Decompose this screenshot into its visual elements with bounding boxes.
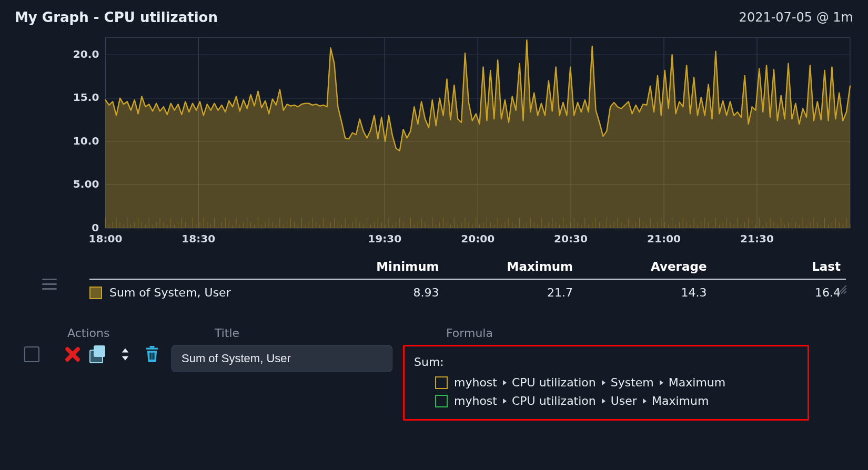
svg-rect-238 [151,353,152,360]
formula-segment: CPU utilization [512,392,596,410]
legend-table: Minimum Maximum Average Last Sum of Syst… [89,258,846,304]
svg-text:10.0: 10.0 [73,135,99,147]
formula-path: myhostCPU utilizationUserMaximum [454,392,709,410]
legend-header-row: Minimum Maximum Average Last [89,258,846,280]
svg-text:5.00: 5.00 [73,179,99,190]
formula-swatch-green-icon [435,395,448,407]
row-select-checkbox[interactable] [24,346,39,362]
config-head-actions: Actions [67,326,204,340]
chevron-right-icon [501,380,508,386]
graph-timestamp: 2021-07-05 @ 1m [739,10,853,25]
svg-rect-239 [153,353,154,360]
chevron-right-icon [658,380,664,386]
chart-canvas[interactable]: 05.0010.015.020.018:0018:3019:3020:0020:… [63,29,856,250]
legend-max: 21.7 [445,286,579,299]
formula-path: myhostCPU utilizationSystemMaximum [454,373,725,392]
legend-series[interactable]: Sum of System, User [89,286,310,299]
formula-item[interactable]: myhostCPU utilizationUserMaximum [435,392,798,410]
formula-item[interactable]: myhostCPU utilizationSystemMaximum [435,373,798,392]
svg-rect-235 [146,348,158,349]
chart-wrap: 05.0010.015.020.018:0018:3019:3020:0020:… [63,29,856,304]
svg-rect-236 [149,346,154,348]
legend-swatch-icon [89,287,102,299]
formula-segment: Maximum [669,373,725,392]
svg-text:21:00: 21:00 [647,233,681,244]
formula-swatch-series-icon [435,376,448,389]
svg-text:20:30: 20:30 [554,233,588,244]
trash-icon[interactable] [143,345,161,364]
config-head-title: Title [215,326,436,340]
svg-text:19:30: 19:30 [368,233,401,244]
legend-series-name: Sum of System, User [109,286,231,299]
svg-text:18:30: 18:30 [181,233,215,244]
legend-col-avg[interactable]: Average [578,260,712,273]
resize-grip-icon[interactable] [835,283,847,294]
chevron-right-icon [641,398,648,404]
config-head: Actions Title Formula [12,321,856,345]
legend-row[interactable]: Sum of System, User 8.93 21.7 14.3 16.4 [89,280,846,304]
formula-segment: myhost [454,373,497,392]
legend-last: 16.4 [712,286,846,299]
graph-title: My Graph - CPU utilization [15,9,218,25]
chevron-right-icon [501,398,508,404]
legend-avg: 14.3 [578,286,712,299]
title-cell [171,345,392,372]
svg-text:18:00: 18:00 [88,233,122,244]
legend-min: 8.93 [310,286,445,299]
formula-segment: User [611,392,637,410]
config-head-formula: Formula [446,326,809,340]
reorder-icon[interactable] [115,345,135,364]
svg-text:0: 0 [92,222,99,233]
svg-text:20:00: 20:00 [461,233,494,244]
actions-cell [24,345,161,364]
hamburger-icon[interactable] [42,279,57,290]
svg-text:20.0: 20.0 [73,48,99,60]
metric-title-input[interactable] [171,345,392,372]
svg-text:21:30: 21:30 [740,233,774,244]
delete-icon[interactable] [64,345,82,364]
svg-rect-237 [149,353,150,360]
chevron-right-icon [600,398,607,404]
formula-segment: Maximum [652,392,709,410]
formula-segment: CPU utilization [512,373,596,392]
app-root: My Graph - CPU utilization 2021-07-05 @ … [0,0,868,470]
formula-box[interactable]: Sum: myhostCPU utilizationSystemMaximumm… [403,345,809,421]
config-panel: Actions Title Formula [0,321,868,432]
legend-col-min[interactable]: Minimum [310,260,445,273]
svg-line-234 [844,292,846,294]
formula-label: Sum: [414,353,798,371]
formula-segment: myhost [454,392,497,410]
config-row: Sum: myhostCPU utilizationSystemMaximumm… [12,345,856,432]
legend-col-max[interactable]: Maximum [445,260,579,273]
svg-text:15.0: 15.0 [73,92,99,104]
formula-segment: System [611,373,654,392]
chart-area: 05.0010.015.020.018:0018:3019:3020:0020:… [0,29,868,304]
clone-icon[interactable] [89,345,107,364]
chevron-right-icon [600,380,607,386]
legend-col-last[interactable]: Last [712,260,846,273]
header: My Graph - CPU utilization 2021-07-05 @ … [0,0,868,29]
